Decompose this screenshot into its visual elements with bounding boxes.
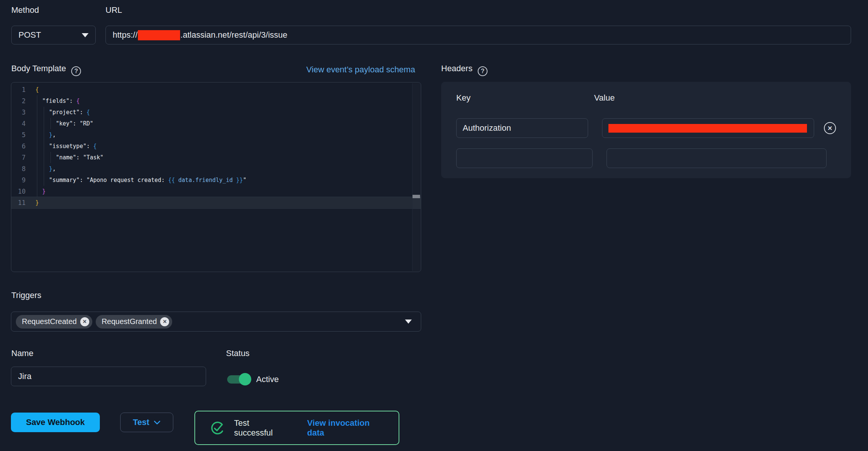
code-token: { [86,109,90,116]
name-value: Jira [18,372,31,381]
trigger-chip-label: RequestCreated [22,317,77,326]
indent-guide [37,95,37,197]
url-suffix: .atlassian.net/rest/api/3/issue [180,30,287,40]
status-toggle[interactable] [227,375,251,384]
header-key-column-label: Key [456,93,471,103]
code-token: data.friendly_id [175,177,236,183]
header-value-input[interactable] [602,118,814,138]
trigger-chip[interactable]: RequestGranted✕ [96,315,173,329]
indent-guide [50,118,51,129]
trigger-chip-label: RequestGranted [102,317,157,326]
triggers-label: Triggers [11,290,41,300]
code-token: }} [236,177,243,183]
header-value-input[interactable] [607,148,827,168]
header-key-input[interactable] [456,148,593,168]
header-value-column-label: Value [594,93,615,103]
line-number: 1 [11,84,35,95]
line-number: 9 [11,174,35,186]
code-text: }, [35,129,421,141]
method-select[interactable]: POST [11,26,96,44]
name-input[interactable]: Jira [11,367,206,386]
code-text: } [35,186,421,197]
code-token: "key": "RD" [35,120,93,127]
code-line-6[interactable]: 6 "issuetype": { [11,141,421,152]
test-button-label: Test [133,417,150,427]
code-line-1[interactable]: 1{ [11,84,421,95]
triggers-select[interactable]: RequestCreated✕RequestGranted✕ [11,312,421,332]
status-value: Active [256,375,279,384]
code-line-2[interactable]: 2 "fields": { [11,95,421,107]
code-line-11[interactable]: 11} [11,197,421,208]
status-label: Status [226,349,249,358]
code-token: " [243,177,246,183]
code-token: "summary": "Apono request created: [35,177,168,183]
method-value: POST [18,30,41,40]
redaction-overlay [608,124,807,133]
body-template-label-text: Body Template [11,64,66,73]
test-result-alert: Test successful View invocation data [194,411,399,445]
code-line-4[interactable]: 4 "key": "RD" [11,118,421,129]
line-number: 6 [11,141,35,152]
code-text: } [35,197,421,208]
code-text: "name": "Task" [35,152,421,163]
triggers-chips: RequestCreated✕RequestGranted✕ [16,315,405,329]
line-number: 2 [11,95,35,107]
line-number: 10 [11,186,35,197]
code-text: }, [35,163,421,174]
line-number: 3 [11,107,35,118]
help-icon[interactable]: ? [71,66,81,76]
line-number: 7 [11,152,35,163]
code-line-3[interactable]: 3 "project": { [11,107,421,118]
name-label: Name [11,349,34,358]
test-button[interactable]: Test [120,413,173,432]
code-token: "name": "Task" [35,154,104,161]
header-key-input[interactable]: Authorization [456,118,588,138]
payload-schema-link[interactable]: View event’s payload schema [306,65,415,75]
editor-scrollbar[interactable] [412,83,421,271]
indent-guide [44,107,44,186]
chip-remove-icon[interactable]: ✕ [160,317,169,326]
indent-guide [50,152,51,163]
line-number: 5 [11,129,35,141]
save-webhook-button[interactable]: Save Webhook [11,413,100,432]
chevron-down-icon [405,320,412,324]
code-line-5[interactable]: 5 }, [11,129,421,141]
headers-rows: Authorization✕ [456,118,836,168]
chevron-down-icon [82,33,89,37]
code-token: } [35,199,39,206]
remove-header-icon[interactable]: ✕ [824,122,836,134]
code-line-9[interactable]: 9 "summary": "Apono request created: {{ … [11,174,421,186]
code-token: {{ [168,177,175,183]
code-token: { [76,98,79,104]
trigger-chip[interactable]: RequestCreated✕ [16,315,92,329]
chip-remove-icon[interactable]: ✕ [80,317,89,326]
view-invocation-link[interactable]: View invocation data [307,418,387,438]
scrollbar-thumb[interactable] [413,195,420,198]
headers-label-text: Headers [441,64,472,73]
code-token: "issuetype": [35,143,93,150]
header-row [456,148,836,168]
webhook-settings-page: Method POST URL https://.atlassian.net/r… [0,0,868,451]
method-label: Method [11,5,39,15]
code-token: { [35,86,39,93]
line-number: 4 [11,118,35,129]
code-token: "fields": [35,98,76,104]
headers-card: Key Value Authorization✕ [441,82,851,178]
help-icon[interactable]: ? [478,66,487,76]
url-input[interactable]: https://.atlassian.net/rest/api/3/issue [105,26,851,44]
line-number: 8 [11,163,35,174]
code-text: "project": { [35,107,421,118]
code-token: "project": [35,109,86,116]
editor-lines: 1{2 "fields": {3 "project": {4 "key": "R… [11,83,421,272]
code-line-7[interactable]: 7 "name": "Task" [11,152,421,163]
body-template-editor[interactable]: 1{2 "fields": {3 "project": {4 "key": "R… [11,82,421,272]
code-line-8[interactable]: 8 }, [11,163,421,174]
url-label: URL [105,5,122,15]
check-circle-icon [210,420,225,436]
header-row: Authorization✕ [456,118,836,138]
code-line-10[interactable]: 10 } [11,186,421,197]
code-text: "key": "RD" [35,118,421,129]
code-text: { [35,84,421,95]
code-token: , [52,165,56,172]
toggle-knob [239,373,251,385]
